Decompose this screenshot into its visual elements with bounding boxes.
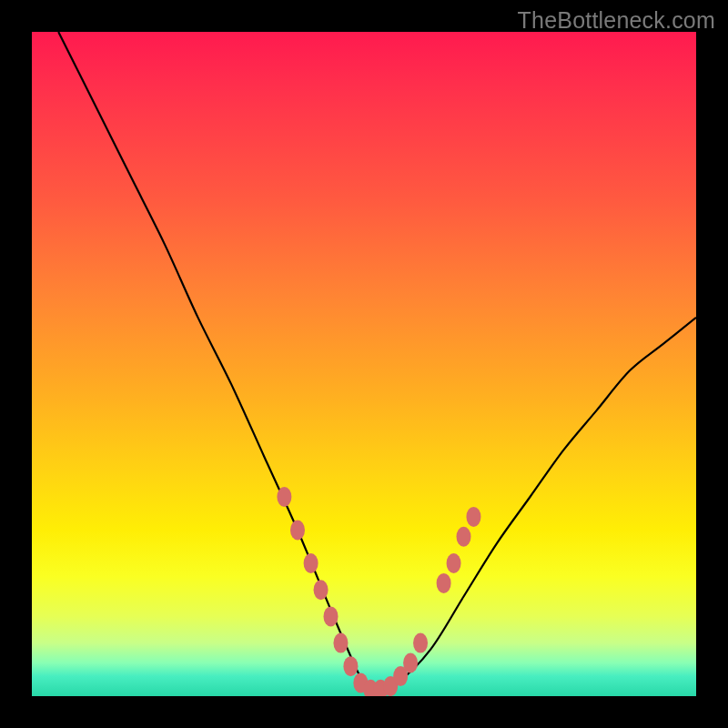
marker-dot bbox=[290, 521, 305, 541]
marker-dot bbox=[447, 553, 461, 573]
watermark-text: TheBottleneck.com bbox=[518, 7, 715, 34]
marker-dot bbox=[437, 573, 451, 593]
marker-dot bbox=[457, 527, 471, 547]
marker-dot bbox=[333, 633, 348, 653]
plot-area bbox=[32, 32, 696, 696]
marker-dot bbox=[277, 487, 291, 507]
chart-frame: TheBottleneck.com bbox=[0, 0, 728, 728]
marker-dot bbox=[413, 633, 428, 653]
marker-dot bbox=[343, 656, 358, 676]
curve-markers bbox=[277, 487, 480, 696]
curve-line bbox=[58, 32, 696, 690]
marker-dot bbox=[304, 553, 318, 573]
marker-dot bbox=[466, 507, 480, 527]
marker-dot bbox=[324, 606, 339, 626]
marker-dot bbox=[314, 580, 329, 600]
chart-svg bbox=[32, 32, 696, 696]
marker-dot bbox=[403, 653, 418, 673]
